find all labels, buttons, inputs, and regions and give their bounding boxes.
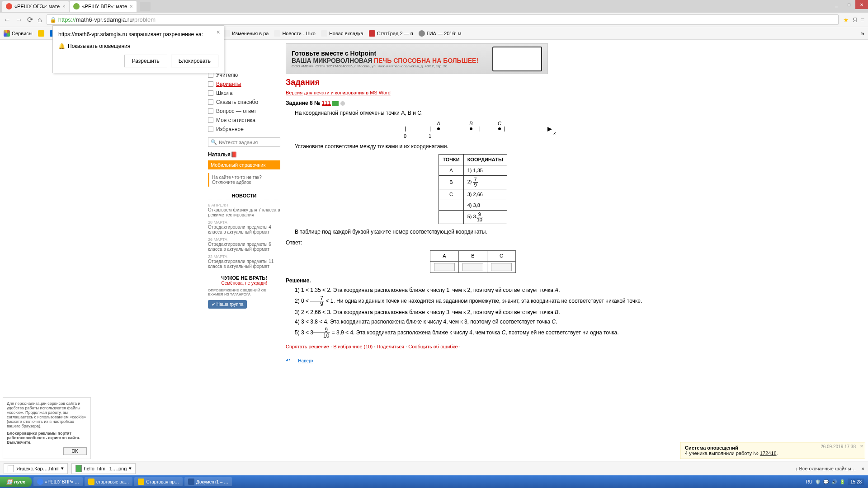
answer-input-c[interactable]: [491, 263, 512, 271]
back-button[interactable]: ←: [4, 16, 11, 24]
report-error-link[interactable]: Сообщить об ошибке: [408, 344, 458, 349]
download-item[interactable]: hello_html_1….png ▾: [71, 463, 136, 474]
sidebar-link-fav[interactable]: Избранное: [208, 125, 280, 134]
permission-dialog: × https://math6-vpr.sdamgia.ru запрашива…: [52, 25, 224, 73]
bookmark-item[interactable]: Новая вкладка: [321, 30, 363, 37]
table-header: ТОЧКИ: [439, 155, 463, 165]
taskbar-item[interactable]: Стартовая пр…: [134, 477, 183, 486]
tab-title: «РЕШУ ОГЭ»: мате: [14, 4, 60, 9]
sidebar-link-variants[interactable]: Варианты: [208, 80, 280, 89]
reload-button[interactable]: ⟳: [27, 15, 33, 24]
sidebar-link-qa[interactable]: Вопрос — ответ: [208, 107, 280, 116]
start-button[interactable]: 🪟 пуск: [0, 477, 32, 487]
other-header: ЧУЖОЕ НЕ БРАТЬ!: [208, 275, 280, 281]
solution-line: 5) 3 < 3910 = 3,9 < 4. Эта координата ра…: [286, 327, 660, 338]
bookmark-item[interactable]: Изменения в ра: [224, 30, 269, 37]
toast-work-link[interactable]: 172418: [760, 450, 777, 456]
disclaimer: ОПРОВЕРЖЕНИЕ СВЕДЕНИЙ ОБ EXAMER ИЗ ТАГАН…: [208, 288, 280, 296]
bookmark-label: ГИА — 2016: м: [427, 31, 461, 36]
bookmarks-overflow[interactable]: »: [861, 30, 864, 37]
tray-icon[interactable]: 🔊: [831, 479, 837, 484]
tab-close-icon[interactable]: ×: [130, 4, 132, 9]
news-date: 26 МАРТА: [208, 237, 280, 242]
taskbar-item[interactable]: Документ1 – …: [184, 477, 232, 486]
forward-button[interactable]: →: [15, 16, 23, 24]
answer-input-a[interactable]: [434, 263, 455, 271]
minimize-button[interactable]: _: [830, 0, 843, 9]
sidebar-search[interactable]: 🔍: [208, 137, 280, 147]
cookie-text: Для персонализации сервисов сайта и удоб…: [7, 401, 87, 428]
mobile-reference-button[interactable]: Мобильный справочник: [208, 160, 280, 169]
taskbar-item[interactable]: стартовые ра…: [85, 477, 132, 486]
tray-icon[interactable]: 💬: [823, 479, 829, 484]
permission-text: https://math6-vpr.sdamgia.ru запрашивает…: [58, 31, 218, 38]
print-link[interactable]: Версия для печати и копирования в MS Wor…: [286, 90, 660, 95]
bookmark-item[interactable]: Новости - Шко: [274, 30, 316, 37]
news-item[interactable]: 22 МАРТАОтредактировали предметы 11 клас…: [208, 254, 280, 269]
menu-icon[interactable]: ≡: [861, 16, 864, 23]
permission-option: 🔔 Показывать оповещения: [58, 43, 218, 49]
favorites-link[interactable]: В избранное (10): [333, 344, 373, 349]
vk-group-button[interactable]: ✔ Наша группа: [208, 300, 247, 309]
bookmark-item[interactable]: [38, 30, 44, 37]
url-protocol: https://: [58, 16, 76, 23]
tray-icon[interactable]: 🔋: [840, 479, 845, 484]
hide-solution-link[interactable]: Спрятать решение: [286, 344, 329, 349]
share-link[interactable]: Поделиться: [377, 344, 404, 349]
sidebar-label: Моя статистика: [216, 117, 255, 123]
ad-banner[interactable]: Готовьте вместе с Hotpoint ВАША МИКРОВОЛ…: [286, 43, 548, 74]
scroll-top-link[interactable]: Наверх: [298, 358, 313, 363]
task-number-link[interactable]: 111: [322, 100, 331, 106]
dialog-close-icon[interactable]: ×: [217, 28, 220, 36]
allow-button[interactable]: Разрешить: [124, 55, 167, 67]
news-date: 28 МАРТА: [208, 220, 280, 225]
bookmark-label: Новости - Шко: [282, 31, 316, 36]
home-button[interactable]: ⌂: [38, 16, 42, 24]
window-controls: _ □ ✕: [830, 0, 868, 9]
news-date: 22 МАРТА: [208, 254, 280, 259]
tray-lang[interactable]: RU: [806, 479, 812, 484]
tray-icon[interactable]: 🛡️: [815, 479, 821, 484]
bookmark-services[interactable]: Сервисы: [4, 30, 33, 37]
up-arrow-icon[interactable]: ↶: [286, 357, 297, 367]
bookmark-item[interactable]: СтатГрад 2 — п: [369, 30, 413, 37]
bookmark-item[interactable]: ГИА — 2016: м: [419, 30, 461, 37]
sidebar-link-thanks[interactable]: Сказать спасибо: [208, 98, 280, 107]
cookie-ok-button[interactable]: OK: [63, 447, 87, 455]
other-subtitle[interactable]: Семёнова, не укради!: [208, 281, 280, 286]
sidebar-link-school[interactable]: Школа: [208, 89, 280, 98]
maximize-button[interactable]: □: [843, 0, 855, 9]
tray-clock[interactable]: 15:28: [848, 479, 864, 485]
letter-icon[interactable]: Я: [853, 16, 857, 23]
user-name[interactable]: Наталья 📕: [208, 151, 280, 158]
folder-icon: [138, 479, 144, 485]
taskbar-item[interactable]: «РЕШУ ВПР»:…: [33, 477, 83, 486]
block-button[interactable]: Блокировать: [171, 55, 218, 67]
checkbox-icon: [208, 81, 213, 87]
toast-close-icon[interactable]: ×: [860, 443, 863, 449]
url-bar[interactable]: 🔒 https://math6-vpr.sdamgia.ru/problem: [47, 14, 839, 25]
browser-tab-active[interactable]: «РЕШУ ВПР»: мате ×: [70, 1, 136, 12]
bookmark-label: СтатГрад 2 — п: [377, 31, 413, 36]
answer-input-b[interactable]: [462, 263, 483, 271]
bookmark-star-icon[interactable]: ★: [843, 16, 849, 23]
news-item[interactable]: 26 МАРТАОтредактировали предметы 6 класс…: [208, 237, 280, 252]
news-item[interactable]: 28 МАРТАОтредактировали предметы 4 класс…: [208, 220, 280, 235]
tab-favicon: [73, 3, 80, 9]
close-button[interactable]: ✕: [855, 0, 868, 9]
download-bar-close-icon[interactable]: ×: [862, 466, 864, 471]
download-item[interactable]: Яндекс.Кар….html ▾: [4, 463, 68, 474]
new-tab-button[interactable]: [140, 2, 151, 11]
sidebar-link-stats[interactable]: Моя статистика: [208, 116, 280, 125]
folder-icon[interactable]: [332, 101, 339, 106]
url-host: math6-vpr.sdamgia.ru: [76, 16, 133, 23]
news-item[interactable]: 6 АПРЕЛЯОткрываем физику для 7 класса в …: [208, 203, 280, 217]
show-all-downloads-link[interactable]: ↓ Все скачанные файлы…: [795, 466, 856, 471]
status-circle-icon[interactable]: [340, 101, 345, 106]
ad-fineprint: ООО «МВМ», ОГРН 1057746840095, г. Москва…: [292, 64, 492, 68]
search-input[interactable]: [219, 140, 281, 145]
adblock-line: На сайте что-то не так?: [212, 175, 278, 180]
tab-close-icon[interactable]: ×: [62, 4, 65, 9]
browser-tab[interactable]: «РЕШУ ОГЭ»: мате ×: [2, 1, 69, 12]
news-text: Отредактировали предметы 4 класса в акту…: [208, 225, 280, 235]
